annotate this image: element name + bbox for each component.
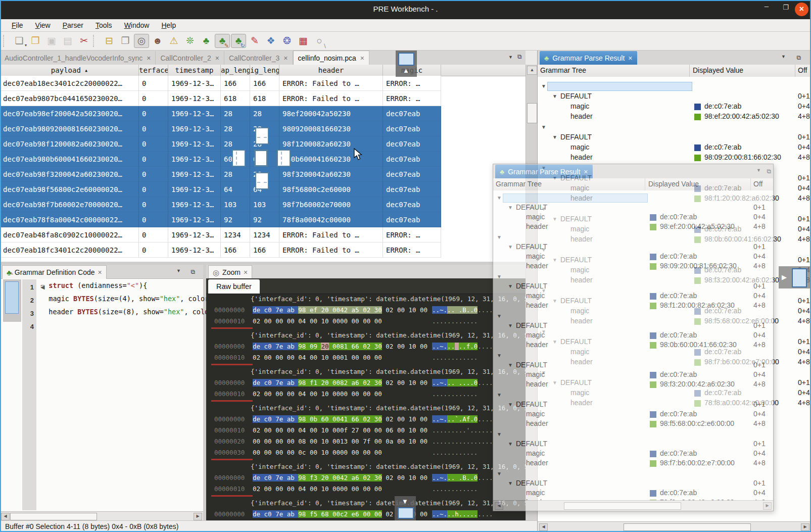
close-icon[interactable]: × [215,54,219,62]
hex-ascii[interactable]: ................ [432,436,493,447]
minimize-button[interactable]: – [760,2,773,10]
cell-orig-length[interactable]: 166 [250,76,279,91]
cell-cap-length[interactable]: 64 [221,182,250,197]
tree-header-row[interactable]: header98:09:20:00:81:66:02:304+8 [538,153,811,163]
cell-interface[interactable]: 0 [139,212,168,227]
cell-timestamp[interactable]: 1969-12-3… [168,227,221,243]
tree-node-row[interactable]: ▼DEFAULT0+1 [493,203,773,213]
doc-tab-callcontroller-2[interactable]: CallController_2× [156,51,224,65]
column-header-aplengt[interactable]: ap_lengt [221,65,250,76]
cell-magic[interactable]: dec07eab [383,121,441,136]
hex-line[interactable]: 00000000de c0 7e ab 98 f3 20 0042 a6 02 … [206,472,526,483]
hex-bytes-group-a[interactable]: 02 00 00 00 04 00 10 00 [253,352,340,363]
tree-node-row[interactable]: ▼DEFAULT0+1 [493,243,773,252]
hex-line[interactable]: 0000001002 00 00 00 04 00 10 0000 00 00 … [206,483,526,495]
scrollbar-thumb[interactable] [10,513,97,520]
cell-payload[interactable]: dec07eab9807bc0441650230020… [0,91,139,106]
menu-item-help[interactable]: Help [156,20,181,30]
doc-tab-callcontroller-3[interactable]: CallController_3× [224,51,293,65]
close-button[interactable]: × [795,3,808,16]
chevron-down-icon[interactable]: ▼ [552,93,557,99]
scrollbar-thumb[interactable] [564,502,681,510]
cell-orig-length[interactable]: 103 [250,197,279,212]
column-offset[interactable]: Off [753,180,762,188]
tab-grammar-parse-result[interactable]: ♣ Grammar Parse Result × [540,51,637,65]
cell-payload[interactable]: dec07eab18ec3401c2c20000022… [0,76,139,91]
column-displayed-value[interactable]: Displayed Value [648,180,699,188]
tree-header-row[interactable]: header98:ef:20:00:42:a5:02:304+8 [538,112,811,122]
cell-timestamp[interactable]: 1969-12-3… [168,76,221,91]
close-icon[interactable]: × [584,168,588,176]
hex-bytes-group-b[interactable]: 82 a6 02 30 02 00 10 00 [340,379,427,386]
tree-structure-icon[interactable]: ⊟ [102,34,117,48]
tab-list-dropdown-icon[interactable]: ▼ [508,55,513,60]
hex-ascii[interactable]: ..~... .B..0.... [432,305,493,316]
hex-line[interactable]: 00000000de c0 7e ab 98 f5 68 00c2 e6 00 … [206,509,526,520]
hex-line[interactable]: 0000001002 00 00 00 04 00 10 000f 27 00 … [206,425,526,436]
chevron-down-icon[interactable]: ▼ [508,323,513,328]
cell-payload[interactable]: dec07eab980b600041660230020… [0,152,139,167]
column-header-header[interactable]: header [279,65,383,76]
cell-interface[interactable]: 0 [139,121,168,136]
minimap-viewport[interactable] [5,281,19,314]
cell-magic[interactable]: ERROR: … [383,243,441,258]
cell-cap-length[interactable]: 618 [221,91,250,106]
cell-header[interactable]: 98f3200042a60230 [279,167,383,182]
tree-magic-row[interactable]: magicde:c0:7e:ab0+4 [538,102,811,112]
tree-magic-row[interactable]: magicde:c0:7e:ab0+4 [493,213,773,222]
tree-magic-row[interactable]: magicde:c0:7e:ab0+4 [493,331,773,341]
hex-bytes-group-a[interactable]: 02 00 00 00 04 00 10 00 [253,316,340,327]
hex-bytes-group-b[interactable]: 42 a6 02 30 02 00 10 00 [340,474,427,481]
parse-panel-scrollbar[interactable]: ◀ ▶ [538,521,811,532]
close-icon[interactable]: × [360,54,364,62]
cell-timestamp[interactable]: 1969-12-3… [168,121,221,136]
cell-header[interactable]: 78f8a00042c00000 [279,212,383,227]
tree-header-row[interactable]: header98:f1:20:00:82:a6:02:304+8 [493,301,773,311]
panel-dropdown-icon[interactable]: ▼ [781,54,786,59]
chevron-down-icon[interactable]: ▼ [497,313,502,319]
cell-interface[interactable]: 0 [139,152,168,167]
cell-interface[interactable]: 0 [139,91,168,106]
hex-bytes-group-b[interactable]: 42 a5 02 30 02 00 10 00 [340,306,427,314]
window-layout-icon[interactable]: ❖ [263,34,278,48]
cell-cap-length[interactable]: 92 [221,212,250,227]
hex-ascii[interactable]: ............ [432,447,478,458]
chevron-down-icon[interactable]: ▼ [497,431,502,437]
stacked-windows-icon[interactable]: ❐ [118,34,133,48]
cell-timestamp[interactable]: 1969-12-3… [168,197,221,212]
tree-root-row[interactable]: ▼ [493,233,773,243]
tree-node-row[interactable]: ▼DEFAULT0+1 [538,92,811,102]
hex-line[interactable]: 0000002000 00 00 00 08 00 10 0013 00 7f … [206,436,526,447]
cell-magic[interactable]: dec07eab [383,167,441,182]
cell-header[interactable]: 98f56800c2e60000 [279,182,383,197]
tree-root-row[interactable]: ▼ [493,272,773,282]
floating-scrollbar[interactable]: ◀ ▶ [493,500,773,511]
tree-icon[interactable]: ♣ [199,34,214,48]
cell-cap-length[interactable]: 28 [221,167,250,182]
hex-ascii[interactable]: ............ [432,316,478,327]
close-icon[interactable]: × [244,268,248,276]
tree-header-row[interactable]: header98:f7:b6:00:02:e7:00:004+8 [493,459,773,468]
hex-line[interactable]: 00000000de c0 7e ab 98 09 20 0081 66 02 … [206,341,526,352]
column-header-terface[interactable]: terface_ [139,65,168,76]
cell-payload[interactable]: dec07eab98f56800c2e60000020… [0,182,139,197]
hex-ascii[interactable]: ............ [432,352,478,363]
table-row[interactable]: dec07eab98f1200082a60230020…01969-12-3…2… [0,136,441,152]
close-icon[interactable]: × [147,54,151,62]
hex-bytes-group-a[interactable]: 02 00 00 00 04 00 10 00 [253,389,340,400]
hex-bytes-group-b[interactable]: 00 00 00 00 [340,390,382,398]
code-line[interactable]: ⌐ struct (endianness="<"){ [40,281,147,289]
column-grammar-tree[interactable]: Grammar Tree [540,66,586,74]
chevron-down-icon[interactable]: ▼ [497,234,502,240]
close-icon[interactable]: × [283,54,288,62]
chevron-down-icon[interactable]: ▼ [508,205,513,210]
tree-node-row[interactable]: ▼DEFAULT0+1 [493,479,773,489]
cell-interface[interactable]: 0 [139,197,168,212]
cell-interface[interactable]: 0 [139,76,168,91]
hex-bytes-group-b[interactable]: 81 66 02 30 02 00 10 00 [340,343,427,350]
column-offset[interactable]: Off [798,66,807,74]
tree-magic-row[interactable]: magicde:c0:7e:ab0+4 [493,449,773,459]
chevron-down-icon[interactable]: ▼ [552,134,557,140]
table-row[interactable]: dec07eab9809200081660230020…01969-12-3…2… [0,121,441,136]
doc-tab-cellinfo-nosim-pca[interactable]: cellinfo_nosim.pca× [293,51,369,65]
